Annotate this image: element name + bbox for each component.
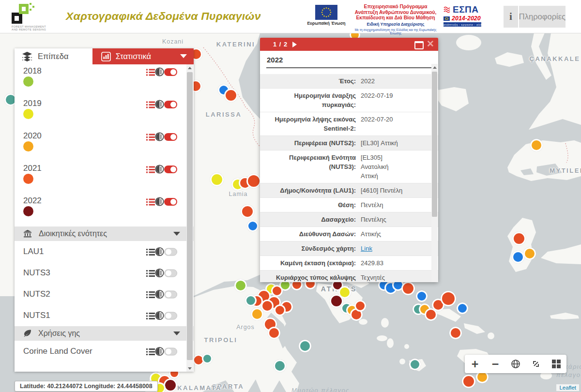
- contrast-icon[interactable]: [155, 311, 164, 320]
- fire-marker-blue[interactable]: [247, 220, 259, 232]
- legend-list-icon[interactable]: [146, 290, 155, 298]
- contrast-icon[interactable]: [155, 347, 164, 356]
- section-admin-units[interactable]: Διοικητικές ενότητες: [15, 226, 194, 241]
- fire-marker-orangered[interactable]: [261, 300, 274, 312]
- popup-scroll-thumb[interactable]: [432, 72, 437, 217]
- fire-marker-orangered[interactable]: [246, 174, 261, 188]
- basemap-gallery-button[interactable]: [546, 355, 566, 373]
- fire-marker-blue[interactable]: [457, 302, 468, 314]
- fire-marker-orangered[interactable]: [462, 375, 475, 388]
- chevron-down-icon: [173, 332, 180, 335]
- fire-marker-darkred[interactable]: [164, 378, 177, 392]
- zoom-in-button[interactable]: +: [465, 355, 485, 373]
- espa-waves-icon: [443, 6, 451, 14]
- fire-marker-orangered[interactable]: [512, 232, 526, 245]
- layer-toggle[interactable]: [164, 198, 177, 206]
- fire-marker-orangered[interactable]: [271, 285, 283, 297]
- layer-color-dot: [23, 76, 33, 87]
- fire-marker-teal[interactable]: [274, 360, 286, 372]
- scroll-up-arrow[interactable]: [186, 64, 193, 71]
- legend-list-icon[interactable]: [146, 133, 155, 141]
- tab-statistics-label: Στατιστικά: [116, 52, 151, 61]
- info-button[interactable]: i Πληροφορίες: [504, 6, 566, 28]
- chevron-down-icon[interactable]: [180, 54, 187, 58]
- legend-list-icon[interactable]: [146, 269, 155, 277]
- panel-tabbar: Επίπεδα Στατιστικά: [15, 48, 194, 64]
- contrast-icon[interactable]: [155, 290, 164, 299]
- legend-list-icon[interactable]: [146, 248, 155, 256]
- legend-list-icon[interactable]: [146, 312, 155, 319]
- contrast-icon[interactable]: [155, 197, 164, 206]
- legend-list-icon[interactable]: [146, 68, 155, 76]
- fire-marker-teal[interactable]: [409, 359, 421, 370]
- legend-list-icon[interactable]: [146, 198, 155, 206]
- fire-marker-orangered[interactable]: [441, 291, 456, 306]
- fire-marker-teal[interactable]: [202, 353, 213, 364]
- fire-marker-orangered[interactable]: [224, 89, 238, 102]
- layer-toggle[interactable]: [164, 312, 177, 319]
- popup-row: Θέση:Πεντέλη: [260, 198, 438, 212]
- fire-marker-orangered[interactable]: [354, 300, 366, 312]
- layer-toggle[interactable]: [164, 133, 177, 141]
- section-land-use[interactable]: Χρήσεις γης: [15, 326, 194, 341]
- fire-marker-yellow[interactable]: [210, 173, 224, 186]
- popup-scroll-up-arrow[interactable]: [431, 64, 438, 71]
- contrast-icon[interactable]: [155, 247, 164, 256]
- leaflet-attribution[interactable]: Leaflet: [556, 384, 579, 391]
- popup-title-rule: [266, 67, 432, 68]
- fire-marker-blue[interactable]: [416, 290, 428, 302]
- map-link[interactable]: Link: [361, 245, 372, 252]
- popup-scrollbar[interactable]: [431, 64, 438, 282]
- fire-marker-orangered[interactable]: [268, 327, 280, 339]
- fullscreen-button[interactable]: [526, 355, 546, 373]
- layer-toggle[interactable]: [164, 347, 177, 355]
- layer-toggle[interactable]: [164, 290, 177, 298]
- layer-label: NUTS1: [23, 311, 50, 320]
- layer-toggle[interactable]: [164, 166, 177, 173]
- contrast-icon[interactable]: [155, 67, 164, 76]
- fire-marker-orangered[interactable]: [274, 304, 286, 316]
- legend-list-icon[interactable]: [146, 347, 155, 355]
- tab-layers[interactable]: Επίπεδα: [15, 48, 92, 64]
- fire-marker-teal[interactable]: [245, 295, 257, 306]
- fire-marker-orangered[interactable]: [241, 205, 254, 218]
- fire-marker-orangered[interactable]: [401, 282, 415, 295]
- tab-layers-label: Επίπεδα: [38, 52, 69, 61]
- layer-label: LAU1: [23, 247, 44, 256]
- contrast-icon[interactable]: [155, 269, 164, 278]
- close-icon[interactable]: ✕: [427, 38, 434, 49]
- map-place-label: Kozani: [162, 38, 183, 45]
- globe-home-button[interactable]: [505, 355, 526, 373]
- chevron-down-icon: [173, 232, 180, 236]
- layer-toggle[interactable]: [164, 269, 177, 277]
- fire-marker-amber[interactable]: [523, 247, 536, 260]
- fire-marker-amber[interactable]: [530, 139, 543, 151]
- layer-row-2022: 2022: [15, 194, 194, 226]
- map-place-label: LARISSA: [206, 111, 242, 118]
- espa-years: 2014-2020: [452, 15, 481, 22]
- programme-line3: Εκπαίδευση και Διά Βίου Μάθηση: [350, 15, 442, 21]
- contrast-icon[interactable]: [155, 100, 164, 109]
- legend-list-icon[interactable]: [146, 101, 155, 108]
- next-feature-icon[interactable]: [292, 42, 297, 47]
- fire-marker-teal[interactable]: [299, 340, 311, 352]
- sidebar-scrollbar[interactable]: [186, 64, 193, 372]
- popup-row: Δασαρχείο:Πεντέλης: [260, 212, 438, 227]
- layer-toggle[interactable]: [164, 68, 177, 76]
- sidebar-scroll-thumb[interactable]: [187, 72, 193, 360]
- maximize-icon[interactable]: [414, 41, 424, 49]
- zoom-out-button[interactable]: −: [485, 355, 505, 373]
- fire-marker-amber[interactable]: [251, 308, 263, 320]
- layer-toggle[interactable]: [164, 101, 177, 108]
- layer-row-corine-land-cover: Corine Land Cover: [15, 341, 194, 362]
- fire-marker-green[interactable]: [234, 279, 247, 292]
- contrast-icon[interactable]: [155, 132, 164, 141]
- fire-marker-blue[interactable]: [512, 251, 524, 263]
- tab-statistics[interactable]: Στατιστικά: [92, 48, 194, 64]
- scroll-down-arrow[interactable]: [186, 365, 193, 372]
- forest-management-logo: FOREST MANAGEMENT AND REMOTE SENSING: [12, 3, 62, 31]
- contrast-icon[interactable]: [155, 165, 164, 174]
- legend-list-icon[interactable]: [146, 166, 155, 173]
- fire-marker-orangered[interactable]: [449, 327, 462, 339]
- layer-toggle[interactable]: [164, 248, 177, 256]
